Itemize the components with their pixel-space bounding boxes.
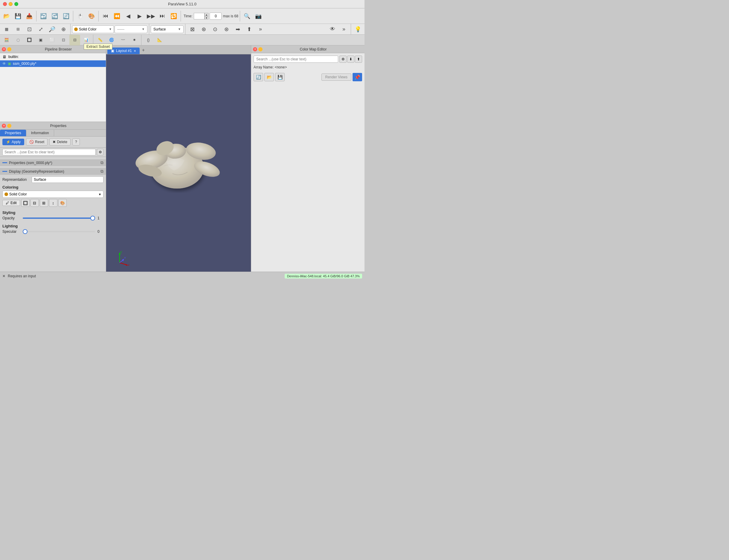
zoom-data-btn[interactable]: 🔎 xyxy=(47,24,57,35)
viewport[interactable]: Z X Y xyxy=(106,54,251,272)
more-views-btn[interactable]: » xyxy=(338,24,349,35)
undo-button[interactable]: ↩️ xyxy=(38,11,49,22)
section-properties-copy-icon[interactable]: ⧉ xyxy=(100,160,103,165)
close-window-button[interactable] xyxy=(3,2,7,6)
data-array-selector[interactable]: —— ▼ xyxy=(114,25,147,33)
play-button[interactable]: ▶ xyxy=(134,11,145,22)
cme-load-button[interactable]: 📂 xyxy=(264,73,274,81)
color-action-4[interactable]: ↕ xyxy=(49,199,57,207)
props-close-button[interactable]: ✕ xyxy=(2,124,6,128)
first-frame-button[interactable]: ⏮ xyxy=(100,11,111,22)
cme-refresh-button[interactable]: 🔄 xyxy=(253,73,263,81)
pipeline-item-ssm[interactable]: 👁 ▣ ssm_0000.ply* xyxy=(0,60,106,67)
properties-search-gear[interactable]: ⚙ xyxy=(97,149,103,155)
edit-color-button[interactable]: 🖊 Edit xyxy=(2,200,20,206)
properties-search-input[interactable] xyxy=(2,149,96,155)
zoom-y-btn[interactable]: ⬆ xyxy=(244,24,254,35)
specular-slider[interactable] xyxy=(23,231,95,232)
isovolume-btn[interactable]: ⊡ xyxy=(58,35,69,45)
add-tab-button[interactable]: + xyxy=(140,46,147,54)
repr-value-display[interactable]: Surface xyxy=(32,176,103,183)
light-bulb-btn[interactable]: 💡 xyxy=(352,24,363,35)
opacity-slider[interactable] xyxy=(23,218,95,219)
contour-btn[interactable]: ◌ xyxy=(13,35,23,45)
color-select-dropdown[interactable]: Solid Color ▼ xyxy=(72,25,114,33)
step-forward-button[interactable]: ▶▶ xyxy=(146,11,156,22)
svg-text:Y: Y xyxy=(124,256,126,259)
surface-type-btn[interactable]: ▦ xyxy=(1,24,12,35)
interact-button[interactable]: 🖱️ xyxy=(75,11,85,22)
reset-button[interactable]: 🚫 Reset xyxy=(26,138,48,146)
axes-btn[interactable]: ⊞ xyxy=(13,24,23,35)
time-max-label: max is 68 xyxy=(223,14,238,18)
cme-search: ⚙ ⬇ ⬆ xyxy=(253,56,362,63)
maximize-window-button[interactable] xyxy=(14,2,18,6)
time-step-input[interactable] xyxy=(210,13,221,20)
step-back-button[interactable]: ◀ xyxy=(123,11,134,22)
section-display-copy-icon[interactable]: ⧉ xyxy=(100,169,103,174)
time-spinbox[interactable]: 0 ▲ ▼ xyxy=(194,13,209,19)
status-close-icon[interactable]: ✕ xyxy=(2,274,5,278)
cme-save-button[interactable]: 💾 xyxy=(275,73,285,81)
glyph-btn[interactable]: ✷ xyxy=(129,35,140,45)
calculator-btn[interactable]: 🧮 xyxy=(1,35,12,45)
cme-settings-button[interactable]: ⚙ xyxy=(339,56,346,63)
cme-render-views-button[interactable]: Render Views xyxy=(321,74,351,81)
cme-search-input[interactable] xyxy=(253,56,338,63)
braces-btn[interactable]: {} xyxy=(143,35,154,45)
orient-btn[interactable]: ⊕ xyxy=(58,24,69,35)
loop-button[interactable]: 🔁 xyxy=(168,11,179,22)
tab-close-button[interactable]: ✕ xyxy=(134,49,136,53)
clip-btn[interactable]: 🔲 xyxy=(24,35,35,45)
color-action-1[interactable]: 🔲 xyxy=(21,199,30,207)
apply-button[interactable]: ⚡ Apply xyxy=(2,139,24,145)
refresh-button[interactable]: 🔄 xyxy=(61,11,71,22)
cme-search-icons: ⚙ ⬇ ⬆ xyxy=(339,56,362,63)
reset-camera-btn[interactable]: ⊡ xyxy=(24,24,35,35)
tab-information[interactable]: Information xyxy=(26,130,54,136)
color-editor-button[interactable]: 🎨 xyxy=(86,11,97,22)
save-button[interactable]: 💾 xyxy=(13,11,23,22)
cme-import-button[interactable]: ⬇ xyxy=(347,56,354,63)
screenshot-button[interactable]: 📷 xyxy=(253,11,264,22)
ruler2-btn[interactable]: 📐 xyxy=(154,35,165,45)
time-input[interactable]: 0 xyxy=(194,13,204,19)
extract-subset-btn[interactable]: ⊟ xyxy=(69,35,80,45)
props-min-button[interactable] xyxy=(7,124,11,128)
cme-export-button[interactable]: ⬆ xyxy=(355,56,362,63)
color-dropdown[interactable]: Solid Color ▼ xyxy=(2,191,103,198)
more-btn[interactable]: » xyxy=(255,24,266,35)
time-up-button[interactable]: ▲ xyxy=(204,13,209,16)
pick-btn[interactable]: ⊛ xyxy=(198,24,209,35)
redo-button[interactable]: ↪️ xyxy=(49,11,60,22)
minimize-window-button[interactable] xyxy=(9,2,13,6)
search-button[interactable]: 🔍 xyxy=(241,11,252,22)
interact3-btn[interactable]: ⊛ xyxy=(221,24,232,35)
fit-all-btn[interactable]: ⤢ xyxy=(35,24,46,35)
load-state-button[interactable]: 📥 xyxy=(24,11,35,22)
delete-button[interactable]: ✖ Delete xyxy=(49,138,71,146)
color-action-5[interactable]: 🎨 xyxy=(58,199,67,207)
warp-btn[interactable]: 〰 xyxy=(117,35,128,45)
help-button[interactable]: ? xyxy=(72,138,80,146)
color-action-3[interactable]: ⊞ xyxy=(40,199,48,207)
open-file-button[interactable]: 📂 xyxy=(1,11,12,22)
threshold-btn[interactable]: ⬜ xyxy=(47,35,57,45)
time-down-button[interactable]: ▼ xyxy=(204,16,209,19)
last-frame-button[interactable]: ⏭ xyxy=(157,11,168,22)
toggle-orient-btn[interactable]: ⊠ xyxy=(187,24,198,35)
view-modes-btn[interactable]: 👁 xyxy=(327,24,338,35)
pipeline-close-button[interactable]: ✕ xyxy=(2,47,6,51)
color-action-2[interactable]: ⊟ xyxy=(30,199,39,207)
zoom-x-btn[interactable]: ➡ xyxy=(232,24,243,35)
pipeline-min-button[interactable] xyxy=(7,47,11,51)
slice-btn[interactable]: ▣ xyxy=(35,35,46,45)
window-controls[interactable] xyxy=(3,2,18,6)
tab-properties[interactable]: Properties xyxy=(0,130,26,136)
cme-pin-button[interactable]: 📌 xyxy=(352,73,362,81)
cme-min-button[interactable] xyxy=(258,47,262,51)
center-btn[interactable]: ⊙ xyxy=(210,24,220,35)
cme-close-button[interactable]: ✕ xyxy=(253,47,257,51)
representation-dropdown[interactable]: Surface ▼ xyxy=(151,25,184,33)
prev-frame-button[interactable]: ⏪ xyxy=(111,11,122,22)
